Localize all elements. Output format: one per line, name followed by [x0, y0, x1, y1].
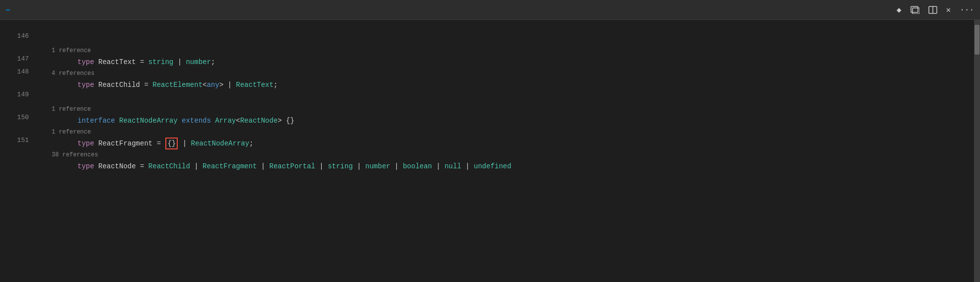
token-builtin: null — [444, 160, 461, 173]
token-op: = — [157, 137, 161, 150]
close-icon[interactable]: ✕ — [946, 5, 951, 15]
token-builtin: number — [365, 160, 390, 173]
token-builtin: undefined — [474, 160, 511, 173]
token-type-name: ReactChild — [144, 160, 190, 173]
token-any-kw: any — [207, 78, 219, 91]
token-builtin: boolean — [403, 160, 432, 173]
vertical-scrollbar[interactable] — [974, 20, 980, 282]
token-type-name: ReactNodeArray — [115, 114, 182, 127]
token-op: > — [219, 78, 228, 91]
split-editor-icon[interactable] — [928, 6, 937, 14]
token-op: | — [257, 160, 269, 173]
title-bar-right: ◆ ✕ ··· — [897, 5, 974, 15]
svg-rect-0 — [911, 6, 918, 12]
token-op: ; — [274, 78, 278, 91]
line-number: 151 — [0, 134, 29, 147]
editor-content: 146147148149150151 1 referencetype React… — [0, 20, 980, 282]
scrollbar-thumb[interactable] — [975, 25, 980, 55]
token-type-name: ReactFragment — [203, 160, 257, 173]
open-changes-icon[interactable] — [910, 6, 919, 14]
code-line: type ReactNode = ReactChild | ReactFragm… — [50, 160, 974, 173]
line-number: 148 — [0, 66, 29, 78]
source-control-icon[interactable]: ◆ — [897, 5, 902, 15]
reference-count: 4 references — [52, 69, 94, 78]
token-plain: ReactChild — [94, 78, 144, 91]
ref-line: 1 reference — [50, 127, 974, 137]
line-number: 150 — [0, 111, 29, 124]
token-type-name: ReactPortal — [270, 160, 315, 173]
reference-count: 1 reference — [52, 127, 91, 137]
ref-line: 4 references — [50, 69, 974, 78]
curly-brace-highlight: {} — [165, 138, 178, 149]
token-op: < — [236, 114, 240, 127]
token-op: | — [178, 56, 182, 69]
title-bar-left — [6, 9, 18, 10]
code-line: interface ReactNodeArray extends Array<R… — [50, 114, 974, 127]
more-actions-icon[interactable]: ··· — [960, 5, 974, 14]
token-plain: ReactFragment — [94, 137, 157, 150]
code-line: type ReactText = string | number; — [50, 56, 974, 69]
reference-count: 1 reference — [52, 104, 91, 114]
line-number: 147 — [0, 53, 29, 66]
token-builtin: string — [144, 56, 177, 69]
token-kw-interface: interface — [77, 114, 115, 127]
token-type-name: ReactText — [232, 78, 274, 91]
line-number: 149 — [0, 88, 29, 101]
code-area[interactable]: 1 referencetype ReactText = string | num… — [45, 20, 974, 282]
ref-line: 1 reference — [50, 46, 974, 56]
token-plain — [161, 137, 165, 150]
token-kw-type: type — [77, 56, 94, 69]
token-op: | — [190, 160, 203, 173]
token-op: | — [390, 160, 403, 173]
token-type-name: ReactElement — [148, 78, 203, 91]
token-plain — [178, 137, 182, 150]
reference-count: 38 references — [52, 150, 98, 160]
token-kw-type: type — [77, 160, 94, 173]
token-type-name: ReactNode — [240, 114, 278, 127]
token-op: ; — [249, 137, 253, 150]
editor-wrapper: ◆ ✕ ··· 146147148149150151 1 referencety… — [0, 0, 980, 282]
line-number-gutter: 146147148149150151 — [0, 20, 35, 282]
fold-gutter — [35, 20, 45, 282]
code-line: type ReactChild = ReactElement<any> | Re… — [50, 78, 974, 91]
svg-rect-1 — [912, 8, 919, 14]
token-plain: ReactText — [94, 56, 140, 69]
token-kw-type: type — [77, 78, 94, 91]
token-type-name: Array — [211, 114, 236, 127]
token-op: = — [140, 56, 144, 69]
code-line — [50, 91, 974, 104]
token-op: = — [144, 78, 148, 91]
token-op: ; — [211, 56, 215, 69]
token-plain: ReactNode — [94, 160, 140, 173]
token-kw-extends: extends — [182, 114, 211, 127]
ts-badge — [6, 9, 10, 10]
token-op: < — [203, 78, 207, 91]
token-builtin: number — [182, 56, 211, 69]
token-type-name: ReactNodeArray — [187, 137, 249, 150]
token-kw-type: type — [77, 137, 94, 150]
token-op: | — [461, 160, 474, 173]
code-line: type ReactFragment = {} | ReactNodeArray… — [50, 137, 974, 150]
token-op: | — [228, 78, 232, 91]
ref-line: 1 reference — [50, 104, 974, 114]
token-builtin: string — [328, 160, 352, 173]
token-op: | — [315, 160, 328, 173]
token-op: | — [432, 160, 444, 173]
ref-line: 38 references — [50, 150, 974, 160]
reference-count: 1 reference — [52, 46, 91, 56]
line-number: 146 — [0, 30, 29, 43]
token-op: | — [183, 137, 187, 150]
token-op: = — [140, 160, 144, 173]
token-op: > {} — [278, 114, 294, 127]
title-bar: ◆ ✕ ··· — [0, 0, 980, 20]
token-op: | — [353, 160, 365, 173]
